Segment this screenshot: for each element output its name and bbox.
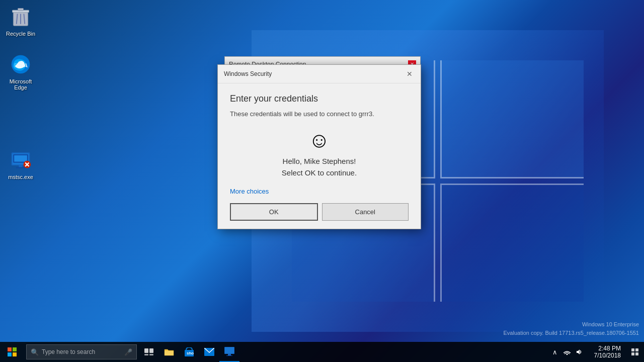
hello-line2: Select OK to continue. — [282, 168, 357, 177]
desktop-icon-edge[interactable]: BETA Microsoft Edge — [1, 50, 41, 93]
watermark-line1: Windows 10 Enterprise — [504, 320, 639, 329]
desktop-icon-mstsc[interactable]: mstsc.exe — [1, 146, 41, 182]
system-tray: ∧ — [545, 342, 589, 362]
dialog-titlebar: Windows Security ✕ — [218, 65, 421, 83]
system-clock[interactable]: 2:48 PM 7/10/2018 — [589, 342, 626, 362]
dialog-buttons: OK Cancel — [230, 203, 409, 221]
desktop: Recycle Bin BETA Microsoft Edge — [0, 0, 644, 362]
mstsc-label: mstsc.exe — [8, 174, 33, 180]
recycle-bin-label: Recycle Bin — [6, 31, 35, 37]
more-choices-link[interactable]: More choices — [230, 188, 269, 195]
search-bar[interactable]: 🔍 Type here to search 🎤 — [26, 344, 137, 359]
recycle-bin-icon — [9, 5, 33, 29]
svg-rect-18 — [13, 347, 17, 351]
tray-volume[interactable] — [573, 342, 585, 362]
os-watermark: Windows 10 Enterprise Evaluation copy. B… — [504, 320, 639, 337]
dialog-body: Enter your credentials These credentials… — [218, 83, 421, 229]
edge-icon: BETA — [9, 52, 33, 76]
dialog-center-content: ☺ Hello, Mike Stephens! Select OK to con… — [230, 130, 409, 178]
action-center-button[interactable] — [626, 342, 644, 362]
svg-rect-11 — [14, 155, 27, 162]
svg-text:shop: shop — [187, 351, 194, 355]
svg-rect-35 — [631, 348, 634, 351]
dialog-heading: Enter your credentials — [230, 94, 409, 104]
task-view-button[interactable] — [139, 342, 159, 362]
dialog-subtext: These credentials will be used to connec… — [230, 110, 409, 118]
svg-rect-37 — [631, 352, 634, 355]
svg-rect-22 — [149, 348, 153, 353]
svg-rect-17 — [8, 347, 12, 351]
svg-rect-25 — [165, 351, 174, 355]
svg-rect-20 — [13, 352, 17, 356]
dialog-close-button[interactable]: ✕ — [405, 69, 415, 79]
svg-rect-30 — [225, 347, 234, 353]
search-placeholder: Type here to search — [42, 348, 124, 355]
security-dialog: Windows Security ✕ Enter your credential… — [217, 64, 421, 229]
search-icon: 🔍 — [31, 348, 39, 356]
taskbar-mail[interactable] — [199, 342, 219, 362]
watermark-line2: Evaluation copy. Build 17713.rs5_release… — [504, 329, 639, 337]
microphone-icon: 🎤 — [124, 348, 132, 356]
svg-marker-34 — [577, 349, 580, 354]
taskbar-rdp-app[interactable] — [219, 342, 239, 362]
cancel-button[interactable]: Cancel — [322, 203, 409, 221]
svg-rect-36 — [635, 348, 638, 351]
svg-rect-2 — [18, 9, 24, 11]
svg-rect-24 — [149, 354, 153, 355]
dialog-hello: Hello, Mike Stephens! Select OK to conti… — [230, 156, 409, 178]
taskbar-store[interactable]: shop — [179, 342, 199, 362]
svg-rect-23 — [144, 354, 148, 355]
tray-expand[interactable]: ∧ — [549, 342, 561, 362]
svg-rect-13 — [16, 167, 25, 168]
svg-rect-12 — [19, 165, 22, 167]
svg-rect-32 — [226, 355, 232, 356]
taskbar: 🔍 Type here to search 🎤 shop — [0, 342, 644, 362]
clock-time: 2:48 PM — [598, 345, 621, 352]
smiley-icon: ☺ — [230, 130, 409, 151]
desktop-icon-recycle-bin[interactable]: Recycle Bin — [1, 3, 41, 39]
svg-rect-21 — [144, 348, 148, 353]
svg-rect-38 — [635, 352, 638, 355]
dialog-title: Windows Security — [224, 70, 272, 77]
svg-rect-19 — [8, 352, 12, 356]
svg-rect-31 — [228, 354, 231, 355]
edge-label: Microsoft Edge — [3, 78, 39, 90]
svg-point-33 — [566, 354, 568, 355]
clock-date: 7/10/2018 — [594, 352, 621, 359]
start-button[interactable] — [0, 342, 24, 362]
hello-line1: Hello, Mike Stephens! — [283, 157, 356, 165]
taskbar-right: ∧ 2:48 PM 7/10/2018 — [545, 342, 644, 362]
ok-button[interactable]: OK — [230, 203, 318, 221]
mstsc-icon — [9, 148, 33, 172]
tray-network[interactable] — [561, 342, 573, 362]
taskbar-file-explorer[interactable] — [159, 342, 179, 362]
